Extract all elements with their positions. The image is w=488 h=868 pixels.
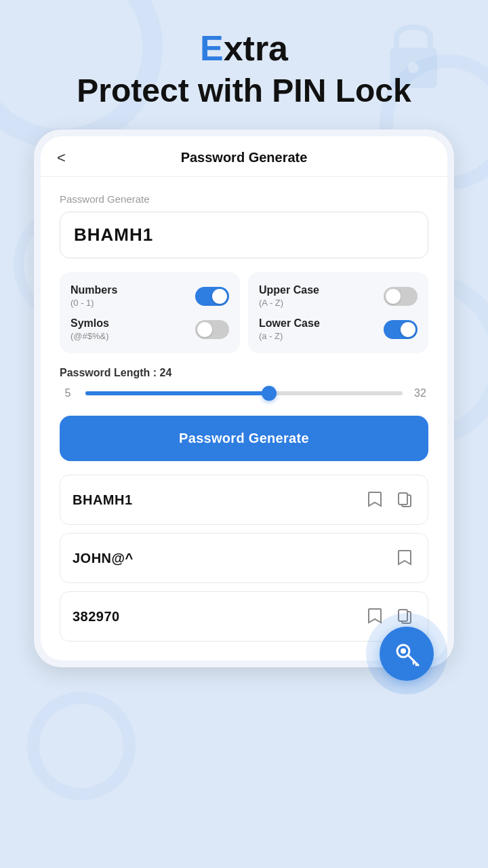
numbers-toggle[interactable] — [195, 287, 229, 306]
options-grid: Numbers (0 - 1) Symlos (@#$%&) — [60, 272, 428, 353]
history-actions-1 — [364, 489, 415, 511]
svg-rect-3 — [399, 493, 407, 505]
slider-thumb[interactable] — [262, 386, 277, 401]
uppercase-label: Upper Case — [259, 284, 319, 296]
left-options-card: Numbers (0 - 1) Symlos (@#$%&) — [60, 272, 240, 353]
slider-max: 32 — [412, 387, 428, 399]
slider-track[interactable] — [85, 391, 403, 395]
copy-icon-1[interactable] — [394, 489, 415, 511]
generate-button[interactable]: Password Generate — [60, 416, 428, 461]
symlos-toggle[interactable] — [195, 320, 229, 339]
screen-title: Password Generate — [181, 150, 308, 165]
history-list: BHAMH1 — [60, 475, 428, 642]
uppercase-sub: (A - Z) — [259, 298, 319, 308]
history-text-3: 382970 — [73, 609, 120, 625]
bookmark-icon-2[interactable] — [394, 547, 415, 569]
password-display: BHAMH1 — [60, 212, 428, 258]
slider-min: 5 — [60, 387, 76, 399]
lowercase-sub: (a - Z) — [259, 331, 320, 341]
bookmark-icon-1[interactable] — [364, 489, 386, 511]
slider-section: Password Length : 24 5 32 — [60, 367, 428, 399]
svg-point-7 — [401, 648, 406, 654]
history-item: BHAMH1 — [60, 475, 428, 525]
lowercase-toggle[interactable] — [384, 320, 418, 339]
history-text-1: BHAMH1 — [73, 492, 133, 508]
lowercase-label: Lower Case — [259, 317, 320, 330]
hero-subtitle: Protect with PIN Lock — [77, 72, 411, 109]
history-actions-2 — [394, 547, 415, 569]
uppercase-toggle[interactable] — [384, 287, 418, 306]
back-button[interactable]: < — [57, 149, 66, 167]
numbers-sub: (0 - 1) — [70, 298, 117, 308]
fab-key-button[interactable] — [380, 627, 434, 681]
top-bar: < Password Generate — [41, 136, 447, 177]
slider-label: Password Length : 24 — [60, 367, 428, 379]
history-item: JOHN@^ — [60, 533, 428, 583]
right-options-card: Upper Case (A - Z) Lower Case (a - Z — [248, 272, 428, 353]
slider-fill — [85, 391, 269, 395]
symlos-label: Symlos — [70, 317, 109, 330]
section-label: Password Generate — [60, 193, 428, 205]
hero-title: Extra — [200, 27, 288, 69]
numbers-label: Numbers — [70, 284, 117, 296]
symlos-sub: (@#$%&) — [70, 331, 109, 341]
phone-card: < Password Generate Password Generate BH… — [34, 130, 454, 667]
history-text-2: JOHN@^ — [73, 551, 134, 566]
slider-row: 5 32 — [60, 387, 428, 399]
